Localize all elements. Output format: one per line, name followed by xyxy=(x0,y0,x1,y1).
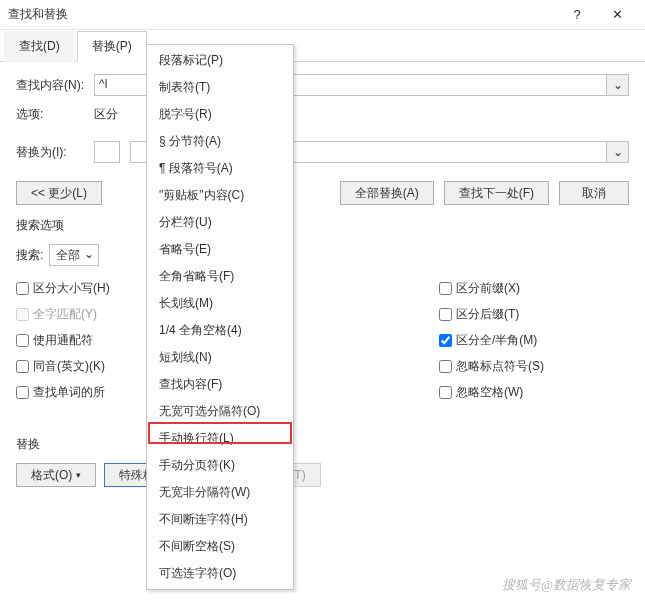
right-checkbox-column: 区分前缀(X) 区分后缀(T) 区分全/半角(M) 忽略标点符号(S) 忽略空格… xyxy=(439,278,629,408)
tab-replace[interactable]: 替换(P) xyxy=(77,31,147,62)
chevron-down-icon: ⌄ xyxy=(613,78,623,92)
check-prefix[interactable]: 区分前缀(X) xyxy=(439,278,629,298)
format-button[interactable]: 格式(O) xyxy=(16,463,96,487)
search-direction-select[interactable]: 全部 xyxy=(49,244,99,266)
find-dropdown-button[interactable]: ⌄ xyxy=(607,74,629,96)
search-options-title: 搜索选项 xyxy=(16,217,629,234)
window-title: 查找和替换 xyxy=(8,6,557,23)
replace-input[interactable] xyxy=(94,141,120,163)
search-direction-label: 搜索: xyxy=(16,247,43,264)
menu-find-content[interactable]: 查找内容(F) xyxy=(147,371,293,398)
menu-em-dash[interactable]: 长划线(M) xyxy=(147,290,293,317)
titlebar: 查找和替换 ? ✕ xyxy=(0,0,645,30)
chevron-down-icon: ⌄ xyxy=(613,145,623,159)
menu-nb-hyphen[interactable]: 不间断连字符(H) xyxy=(147,506,293,533)
replace-label: 替换为(I): xyxy=(16,144,94,161)
menu-clipboard[interactable]: "剪贴板"内容(C) xyxy=(147,182,293,209)
special-format-menu: 段落标记(P) 制表符(T) 脱字号(R) § 分节符(A) ¶ 段落符号(A)… xyxy=(146,44,294,590)
menu-full-ellipsis[interactable]: 全角省略号(F) xyxy=(147,263,293,290)
replace-section-title: 替换 xyxy=(16,436,629,453)
find-next-button[interactable]: 查找下一处(F) xyxy=(444,181,549,205)
menu-ellipsis[interactable]: 省略号(E) xyxy=(147,236,293,263)
cancel-button[interactable]: 取消 xyxy=(559,181,629,205)
check-full-half[interactable]: 区分全/半角(M) xyxy=(439,330,629,350)
replace-all-button[interactable]: 全部替换(A) xyxy=(340,181,434,205)
tab-find[interactable]: 查找(D) xyxy=(4,31,75,62)
menu-paragraph-mark[interactable]: 段落标记(P) xyxy=(147,47,293,74)
help-button[interactable]: ? xyxy=(557,0,597,30)
find-label: 查找内容(N): xyxy=(16,77,94,94)
menu-en-dash[interactable]: 短划线(N) xyxy=(147,344,293,371)
menu-opt-break[interactable]: 无宽可选分隔符(O) xyxy=(147,398,293,425)
check-suffix[interactable]: 区分后缀(T) xyxy=(439,304,629,324)
menu-zwnbsp[interactable]: 无宽非分隔符(W) xyxy=(147,479,293,506)
menu-tab-char[interactable]: 制表符(T) xyxy=(147,74,293,101)
menu-paragraph-char[interactable]: ¶ 段落符号(A) xyxy=(147,155,293,182)
menu-column-break[interactable]: 分栏符(U) xyxy=(147,209,293,236)
find-input[interactable]: ^l xyxy=(94,74,152,96)
check-ignore-space[interactable]: 忽略空格(W) xyxy=(439,382,629,402)
watermark: 搜狐号@数据恢复专家 xyxy=(502,576,631,594)
menu-nb-space[interactable]: 不间断空格(S) xyxy=(147,533,293,560)
options-value: 区分 xyxy=(94,106,118,123)
menu-manual-page-break[interactable]: 手动分页符(K) xyxy=(147,452,293,479)
menu-caret[interactable]: 脱字号(R) xyxy=(147,101,293,128)
menu-opt-hyphen[interactable]: 可选连字符(O) xyxy=(147,560,293,587)
close-button[interactable]: ✕ xyxy=(597,0,637,30)
tab-bar: 查找(D) 替换(P) xyxy=(0,30,645,62)
menu-section-char[interactable]: § 分节符(A) xyxy=(147,128,293,155)
menu-manual-line-break[interactable]: 手动换行符(L) xyxy=(147,425,293,452)
menu-quarter-space[interactable]: 1/4 全角空格(4) xyxy=(147,317,293,344)
less-button[interactable]: << 更少(L) xyxy=(16,181,102,205)
options-label: 选项: xyxy=(16,106,94,123)
dialog-body: 查找内容(N): ^l ⌄ 选项: 区分 替换为(I): ⌄ << 更少(L) … xyxy=(0,62,645,495)
replace-dropdown-button[interactable]: ⌄ xyxy=(607,141,629,163)
check-ignore-punct[interactable]: 忽略标点符号(S) xyxy=(439,356,629,376)
